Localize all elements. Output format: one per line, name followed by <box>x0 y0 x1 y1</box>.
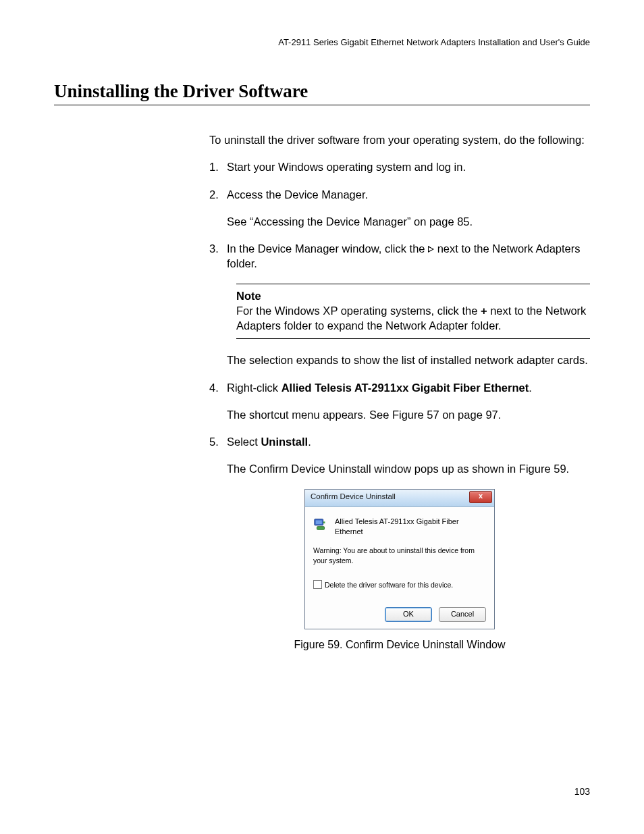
confirm-uninstall-dialog: Confirm Device Uninstall x Allied Telesi… <box>304 489 495 629</box>
step-2-sub: See “Accessing the Device Manager” on pa… <box>227 214 590 229</box>
step-5-sub: The Confirm Device Uninstall window pops… <box>227 461 590 476</box>
step-5: 5. Select Uninstall. <box>209 434 590 449</box>
step-4-post: . <box>529 382 532 394</box>
expand-triangle-icon <box>428 246 434 253</box>
step-4-sub: The shortcut menu appears. See Figure 57… <box>227 407 590 422</box>
step-3-after: The selection expands to show the list o… <box>227 353 590 367</box>
intro-paragraph: To uninstall the driver software from yo… <box>209 132 590 147</box>
step-5-bold: Uninstall <box>261 436 308 448</box>
section-title: Uninstalling the Driver Software <box>54 81 590 105</box>
step-text: Select Uninstall. <box>227 434 590 449</box>
step-number: 1. <box>209 159 227 174</box>
step-1: 1. Start your Windows operating system a… <box>209 159 590 174</box>
step-2: 2. Access the Device Manager. <box>209 187 590 202</box>
checkbox-label: Delete the driver software for this devi… <box>325 580 453 590</box>
step-5-pre: Select <box>227 436 261 448</box>
step-number: 3. <box>209 241 227 271</box>
dialog-titlebar: Confirm Device Uninstall x <box>305 490 494 507</box>
step-3-pre: In the Device Manager window, click the <box>227 242 428 255</box>
figure-caption: Figure 59. Confirm Device Uninstall Wind… <box>209 637 590 652</box>
dialog-warning-text: Warning: You are about to uninstall this… <box>313 546 486 565</box>
svg-rect-2 <box>317 526 325 529</box>
running-header: AT-2911 Series Gigabit Ethernet Network … <box>54 37 590 47</box>
svg-rect-3 <box>323 521 325 523</box>
cancel-button[interactable]: Cancel <box>439 607 486 622</box>
step-number: 4. <box>209 380 227 395</box>
checkbox-icon[interactable] <box>313 580 322 589</box>
step-5-post: . <box>308 436 311 448</box>
step-text: Access the Device Manager. <box>227 187 590 202</box>
step-4-pre: Right-click <box>227 382 281 394</box>
ok-button[interactable]: OK <box>385 607 432 622</box>
step-number: 5. <box>209 434 227 449</box>
svg-rect-1 <box>316 520 322 524</box>
delete-driver-checkbox-row[interactable]: Delete the driver software for this devi… <box>313 580 486 590</box>
dialog-device-name: Allied Telesis AT-2911xx Gigabit Fiber E… <box>335 517 486 537</box>
step-3: 3. In the Device Manager window, click t… <box>209 241 590 271</box>
close-button[interactable]: x <box>469 491 492 503</box>
step-text: Right-click Allied Telesis AT-2911xx Gig… <box>227 380 590 395</box>
note-plus: + <box>481 305 487 317</box>
page-number: 103 <box>574 786 590 797</box>
step-text: In the Device Manager window, click the … <box>227 241 590 271</box>
note-box: Note For the Windows XP operating system… <box>236 284 590 340</box>
network-adapter-icon <box>313 517 328 534</box>
step-4-bold: Allied Telesis AT-2911xx Gigabit Fiber E… <box>281 382 529 394</box>
note-label: Note <box>236 288 590 303</box>
dialog-title-text: Confirm Device Uninstall <box>311 492 396 502</box>
step-number: 2. <box>209 187 227 202</box>
note-text-pre: For the Windows XP operating systems, cl… <box>236 305 481 317</box>
step-text: Start your Windows operating system and … <box>227 159 590 174</box>
step-4: 4. Right-click Allied Telesis AT-2911xx … <box>209 380 590 395</box>
